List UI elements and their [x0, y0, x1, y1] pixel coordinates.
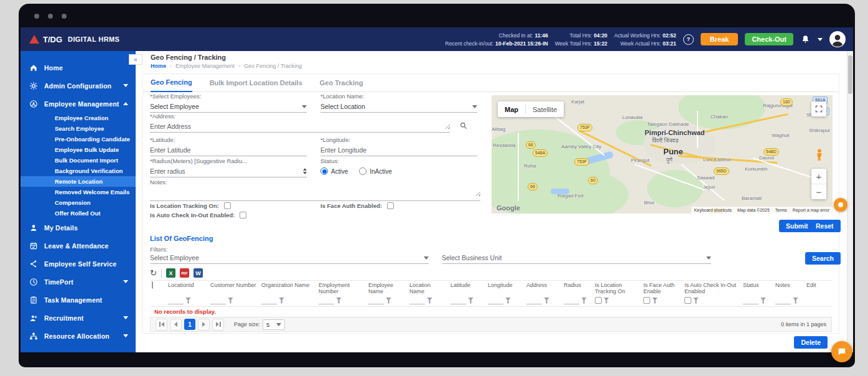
filter-funnel-icon[interactable]	[693, 298, 699, 304]
radius-input[interactable]: Enter radius	[150, 166, 307, 177]
filter-funnel-icon[interactable]	[427, 298, 432, 304]
column-filter-checkbox[interactable]	[595, 297, 602, 304]
sidebar-subitem-employee-bulk-update[interactable]: Employee Bulk Update	[21, 144, 136, 155]
address-search-icon[interactable]	[459, 121, 468, 130]
break-button[interactable]: Break	[701, 33, 739, 45]
sidebar-item-resource-allocation[interactable]: Resource Allocation	[21, 327, 136, 345]
filter-funnel-icon[interactable]	[505, 298, 511, 304]
google-map[interactable]: Karjat Lonavala Talegaon Dabhade Chakan …	[492, 95, 833, 214]
word-export-icon[interactable]: W	[194, 268, 203, 278]
avatar[interactable]	[829, 31, 846, 47]
help-icon[interactable]: ?	[683, 34, 694, 45]
page-size-select[interactable]: 5	[263, 319, 285, 330]
column-filter-input[interactable]	[743, 297, 758, 304]
current-page-button[interactable]: 1	[184, 319, 195, 330]
column-filter-input[interactable]	[526, 297, 542, 304]
column-filter-checkbox[interactable]	[643, 297, 650, 304]
previous-page-button[interactable]	[170, 319, 182, 331]
filter-funnel-icon[interactable]	[279, 298, 284, 304]
sidebar-item-employee-management[interactable]: Employee Management	[21, 95, 136, 113]
tab-bulk-import-location-details[interactable]: Bulk Import Location Details	[210, 79, 302, 92]
column-filter-checkbox[interactable]	[684, 297, 691, 304]
filter-funnel-icon[interactable]	[544, 298, 549, 304]
address-input[interactable]: Enter Address	[150, 121, 450, 133]
sidebar-item-admin-configuration[interactable]: Admin Configuration	[21, 77, 136, 95]
sidebar-subitem-bulk-document-import[interactable]: Bulk Document Import	[21, 155, 136, 166]
sidebar-subitem-removed-welcome-emails[interactable]: Removed Welcome Emails	[21, 187, 136, 197]
profile-dropdown-caret-icon[interactable]	[818, 38, 823, 41]
column-filter-input[interactable]	[450, 297, 466, 304]
search-button[interactable]: Search	[805, 252, 841, 265]
map-type-map-button[interactable]: Map	[498, 106, 525, 113]
checkout-button[interactable]: Check-Out	[745, 33, 793, 45]
scrollbar-thumb[interactable]	[848, 55, 852, 94]
chat-widget-button[interactable]	[831, 341, 852, 362]
number-stepper[interactable]	[303, 168, 307, 174]
column-filter-input[interactable]	[261, 297, 277, 304]
select-all-checkbox[interactable]	[152, 281, 153, 289]
column-filter-input[interactable]	[564, 297, 579, 304]
sidebar-subitem-compension[interactable]: Compension	[21, 197, 136, 208]
column-filter-input[interactable]	[368, 297, 384, 304]
next-page-button[interactable]	[198, 319, 210, 331]
window-control-dot[interactable]	[62, 14, 67, 19]
reset-button[interactable]: Reset	[809, 220, 841, 232]
filter-funnel-icon[interactable]	[652, 298, 658, 304]
sidebar-item-recruitment[interactable]: Recruitment	[21, 309, 136, 327]
excel-export-icon[interactable]: X	[166, 268, 175, 278]
sidebar-item-leave-attendance[interactable]: Leave & Attendance	[21, 237, 136, 255]
resize-handle-icon[interactable]	[445, 124, 450, 129]
filter-funnel-icon[interactable]	[581, 298, 587, 304]
sidebar-subitem-search-employee[interactable]: Search Employee	[21, 123, 136, 134]
sidebar-subitem-background-verification[interactable]: Background Verification	[21, 166, 136, 176]
zoom-out-button[interactable]: −	[811, 184, 826, 199]
filter-funnel-icon[interactable]	[386, 298, 391, 304]
filter-funnel-icon[interactable]	[793, 298, 798, 304]
sidebar-item-my-details[interactable]: My Details	[21, 219, 136, 237]
refresh-icon[interactable]: ↻	[150, 269, 157, 278]
terms-link[interactable]: Terms	[775, 208, 787, 212]
map-fullscreen-button[interactable]	[811, 101, 826, 116]
business-unit-filter-dropdown[interactable]: Select Business Unit	[442, 252, 711, 264]
sidebar-subitem-pre-onboarding-candidate[interactable]: Pre-Onboarding Candidate	[21, 134, 136, 144]
vertical-scrollbar[interactable]	[847, 51, 853, 352]
location-name-dropdown[interactable]: Select Location	[320, 101, 477, 113]
map-type-satellite-button[interactable]: Satellite	[526, 106, 564, 113]
employee-filter-dropdown[interactable]: Select Employee	[150, 252, 429, 264]
last-page-button[interactable]	[212, 319, 224, 331]
sidebar-collapse-button[interactable]: «	[129, 54, 142, 65]
tracking-checkbox[interactable]	[224, 202, 231, 209]
pegman-icon[interactable]	[815, 149, 824, 161]
notification-bell-icon[interactable]	[800, 34, 811, 45]
zoom-in-button[interactable]: +	[811, 169, 826, 184]
resize-handle-icon[interactable]	[475, 191, 480, 196]
tab-geo-tracking[interactable]: Geo Tracking	[320, 79, 363, 92]
window-control-dot[interactable]	[48, 14, 53, 19]
keyboard-shortcuts-link[interactable]: Keyboard shortcuts	[694, 208, 732, 212]
face-auth-checkbox[interactable]	[387, 202, 394, 209]
status-active-radio[interactable]	[320, 167, 328, 175]
pdf-export-icon[interactable]: PDF	[180, 268, 189, 278]
column-filter-input[interactable]	[409, 297, 425, 304]
column-filter-input[interactable]	[168, 297, 184, 304]
sidebar-subitem-employee-creation[interactable]: Employee Creation	[21, 113, 136, 123]
column-filter-input[interactable]	[210, 297, 226, 304]
stepper-up-icon[interactable]	[303, 168, 307, 171]
window-control-dot[interactable]	[34, 14, 39, 19]
sidebar-subitem-remote-location[interactable]: Remote Location	[21, 176, 136, 187]
filter-funnel-icon[interactable]	[228, 298, 233, 304]
sidebar-item-timeport[interactable]: TimePort	[21, 273, 136, 291]
latitude-input[interactable]: Enter Latitude	[150, 144, 307, 156]
breadcrumb-home-link[interactable]: Home	[151, 63, 166, 69]
filter-funnel-icon[interactable]	[604, 298, 609, 304]
tab-geo-fencing[interactable]: Geo Fencing	[151, 78, 192, 92]
filter-funnel-icon[interactable]	[185, 298, 191, 304]
column-filter-input[interactable]	[488, 297, 503, 304]
feedback-widget-button[interactable]	[834, 198, 847, 212]
delete-button[interactable]: Delete	[794, 336, 828, 349]
sidebar-item-home[interactable]: Home	[21, 59, 136, 77]
report-map-error-link[interactable]: Report a map error	[793, 208, 829, 212]
notes-textarea[interactable]	[150, 187, 480, 201]
status-inactive-radio[interactable]	[359, 167, 366, 175]
filter-funnel-icon[interactable]	[760, 298, 766, 304]
